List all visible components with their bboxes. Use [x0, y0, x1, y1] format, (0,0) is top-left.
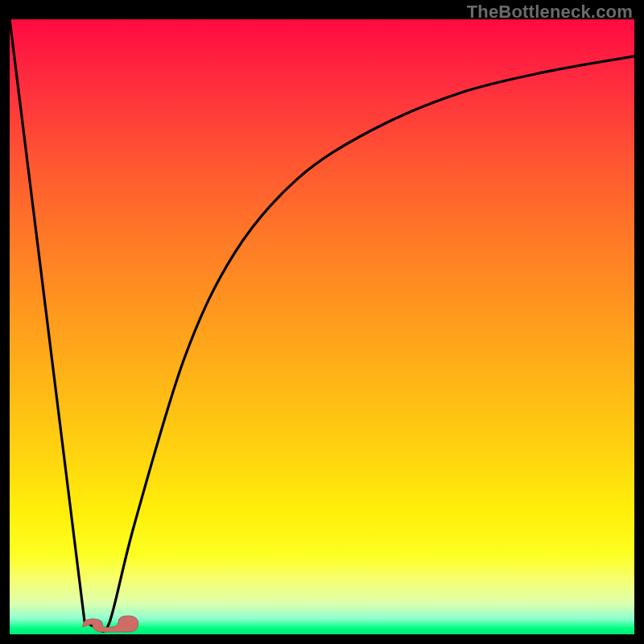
plot-outer: [10, 19, 634, 634]
optimal-point-marker: [10, 19, 634, 634]
watermark-text: TheBottleneck.com: [467, 2, 633, 23]
chart-frame: TheBottleneck.com: [0, 0, 644, 644]
plot-area: [10, 19, 634, 634]
